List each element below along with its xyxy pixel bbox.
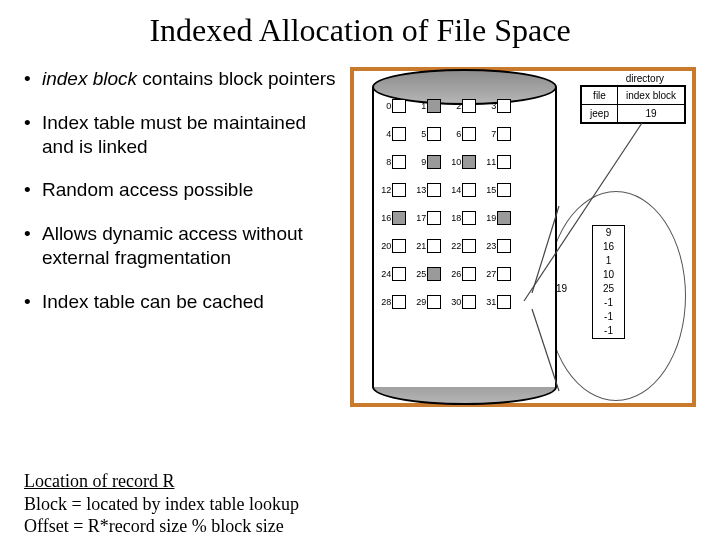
disk-block: 3 — [481, 99, 511, 113]
location-line1: Block = located by index table lookup — [24, 493, 299, 516]
index-entry: 16 — [593, 240, 624, 254]
index-entry: 25 — [593, 282, 624, 296]
disk-block: 21 — [411, 239, 441, 253]
disk-block: 18 — [446, 211, 476, 225]
disk-block: 0 — [376, 99, 406, 113]
directory-label: directory — [626, 73, 664, 84]
bullet-list: index block contains block pointersIndex… — [24, 67, 350, 407]
disk-block-grid: 0123456789101112131415161718192021222324… — [376, 99, 553, 323]
disk-block: 22 — [446, 239, 476, 253]
disk-block: 28 — [376, 295, 406, 309]
disk-block: 2 — [446, 99, 476, 113]
index-entry: 1 — [593, 254, 624, 268]
location-formula: Location of record R Block = located by … — [24, 470, 299, 538]
disk-block: 15 — [481, 183, 511, 197]
disk-block: 23 — [481, 239, 511, 253]
disk-block: 5 — [411, 127, 441, 141]
index-entry: -1 — [593, 324, 624, 338]
disk-block: 16 — [376, 211, 406, 225]
index-block-number: 19 — [556, 283, 567, 294]
disk-block: 4 — [376, 127, 406, 141]
disk-block: 1 — [411, 99, 441, 113]
disk-block: 9 — [411, 155, 441, 169]
disk-block: 29 — [411, 295, 441, 309]
index-table: 91611025-1-1-1 — [592, 225, 625, 339]
disk-block: 31 — [481, 295, 511, 309]
disk-block: 12 — [376, 183, 406, 197]
bullet-item: Index table can be cached — [24, 290, 340, 314]
disk-block: 11 — [481, 155, 511, 169]
disk-block: 24 — [376, 267, 406, 281]
disk-block: 7 — [481, 127, 511, 141]
bullet-item: Index table must be maintained and is li… — [24, 111, 340, 159]
index-entry: 9 — [593, 226, 624, 240]
index-block-zoom: 19 91611025-1-1-1 — [546, 191, 686, 401]
disk-block: 20 — [376, 239, 406, 253]
disk-block: 26 — [446, 267, 476, 281]
index-entry: 10 — [593, 268, 624, 282]
bullet-item: Allows dynamic access without external f… — [24, 222, 340, 270]
disk-block: 13 — [411, 183, 441, 197]
location-line2: Offset = R*record size % block size — [24, 515, 299, 538]
slide-title: Indexed Allocation of File Space — [24, 12, 696, 49]
disk-cylinder: 0123456789101112131415161718192021222324… — [372, 69, 557, 401]
diagram-figure: directory file index block jeep 19 — [350, 67, 696, 407]
dir-file-name: jeep — [582, 105, 618, 123]
directory-table: file index block jeep 19 — [580, 85, 686, 124]
index-entry: -1 — [593, 296, 624, 310]
dir-index-value: 19 — [617, 105, 684, 123]
disk-block: 17 — [411, 211, 441, 225]
bullet-item: index block contains block pointers — [24, 67, 340, 91]
disk-block: 14 — [446, 183, 476, 197]
disk-block: 19 — [481, 211, 511, 225]
disk-block: 30 — [446, 295, 476, 309]
dir-header-indexblock: index block — [617, 87, 684, 105]
index-entry: -1 — [593, 310, 624, 324]
dir-header-file: file — [582, 87, 618, 105]
disk-block: 27 — [481, 267, 511, 281]
disk-block: 25 — [411, 267, 441, 281]
disk-block: 10 — [446, 155, 476, 169]
disk-block: 6 — [446, 127, 476, 141]
location-heading: Location of record R — [24, 471, 174, 491]
disk-block: 8 — [376, 155, 406, 169]
bullet-item: Random access possible — [24, 178, 340, 202]
